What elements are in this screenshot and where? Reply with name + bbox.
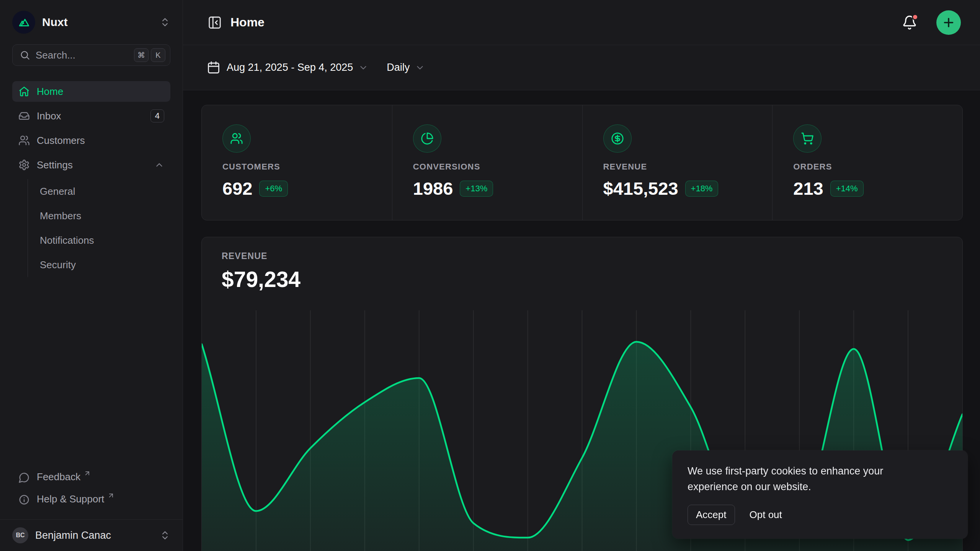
header-actions [902,10,961,35]
search-placeholder: Search... [36,49,75,61]
page-title: Home [230,15,265,29]
users-icon [18,135,30,146]
stat-delta-badge: +18% [685,181,719,197]
sidebar-spacer [12,281,170,468]
stat-value: 1986 [413,178,453,199]
user-section: BC Benjamin Canac [0,519,183,551]
sidebar-item-home[interactable]: Home [12,81,170,102]
home-icon [18,86,30,97]
top-header: Home [183,0,980,45]
external-link-icon [83,469,91,477]
granularity-label: Daily [387,62,410,73]
sidebar-item-customers[interactable]: Customers [12,130,170,151]
inbox-icon [18,110,30,122]
sidebar-item-notifications[interactable]: Notifications [40,228,170,253]
date-range-picker[interactable]: Aug 21, 2025 - Sep 4, 2025 [207,61,368,75]
chevron-up-icon [154,160,164,170]
feedback-link[interactable]: Feedback [12,468,170,490]
sidebar-item-members[interactable]: Members [40,204,170,228]
collapse-sidebar-button[interactable] [207,15,222,30]
users-icon [222,124,251,153]
search-icon [20,50,30,60]
shopping-cart-icon [793,124,822,153]
chevron-down-icon [358,63,368,73]
search-shortcut: ⌘ K [134,48,165,62]
kbd-cmd: ⌘ [134,48,149,62]
chevron-updown-icon [160,530,170,541]
sidebar-item-label: Customers [37,135,85,147]
help-support-link[interactable]: Help & Support [12,490,170,512]
cookie-message: We use first-party cookies to enhance yo… [688,463,917,495]
stat-label: CUSTOMERS [222,162,371,172]
stat-delta-badge: +14% [830,181,864,197]
circle-dollar-icon [603,124,632,153]
stat-orders[interactable]: ORDERS 213 +14% [772,105,962,220]
date-range-label: Aug 21, 2025 - Sep 4, 2025 [227,62,353,73]
stats-summary-card: CUSTOMERS 692 +6% CONVERSIONS [201,105,963,220]
filter-bar: Aug 21, 2025 - Sep 4, 2025 Daily [183,45,980,90]
revenue-label: REVENUE [222,251,962,261]
feedback-label: Feedback [37,471,80,483]
sidebar-nav: Home Inbox 4 [12,81,170,281]
help-support-label: Help & Support [37,493,104,505]
cookie-optout-button[interactable]: Opt out [750,505,782,525]
user-menu[interactable]: BC Benjamin Canac [12,527,170,543]
search-input[interactable]: Search... ⌘ K [12,44,170,66]
sidebar-item-label: Home [37,86,63,98]
brand-name: Nuxt [42,16,68,29]
stat-value: 213 [793,178,823,199]
stat-value: $415,523 [603,178,678,199]
settings-children: General Members Notifications Security [28,179,170,277]
chevron-down-icon [415,63,425,73]
notifications-button[interactable] [902,15,917,30]
stat-label: ORDERS [793,162,942,172]
external-link-icon [107,492,115,499]
stat-conversions[interactable]: CONVERSIONS 1986 +13% [392,105,582,220]
stat-delta-badge: +6% [259,181,288,197]
add-button[interactable] [936,10,961,35]
chevron-updown-icon [160,17,170,28]
pie-chart-icon [413,124,441,153]
sidebar-item-inbox[interactable]: Inbox 4 [12,106,170,126]
user-name: Benjamin Canac [35,530,111,541]
stat-revenue[interactable]: REVENUE $415,523 +18% [582,105,773,220]
avatar: BC [12,527,28,543]
sidebar-item-general[interactable]: General [40,179,170,204]
sidebar-item-label: Inbox [37,110,61,122]
sidebar: Nuxt Search... ⌘ K [0,0,183,551]
nuxt-logo-icon [12,11,35,34]
stat-label: CONVERSIONS [413,162,562,172]
notification-dot [912,14,918,20]
workspace-switcher[interactable]: Nuxt [12,10,170,34]
cookie-banner: We use first-party cookies to enhance yo… [672,450,968,539]
sidebar-footer-links: Feedback Help & Support [12,468,170,517]
calendar-icon [207,61,220,75]
cookie-accept-button[interactable]: Accept [688,505,735,525]
gear-icon [18,159,30,171]
stat-delta-badge: +13% [460,181,493,197]
granularity-select[interactable]: Daily [387,62,425,73]
kbd-k: K [151,48,165,62]
sidebar-item-security[interactable]: Security [40,253,170,277]
message-bubble-icon [18,472,30,483]
sidebar-item-label: Settings [37,159,73,171]
stat-value: 692 [222,178,252,199]
stat-label: REVENUE [603,162,752,172]
info-circle-icon [18,494,30,505]
sidebar-item-settings[interactable]: Settings [12,155,170,175]
stat-customers[interactable]: CUSTOMERS 692 +6% [202,105,392,220]
revenue-total: $79,234 [222,267,962,292]
inbox-count-badge: 4 [150,109,164,122]
plus-icon [942,16,956,29]
